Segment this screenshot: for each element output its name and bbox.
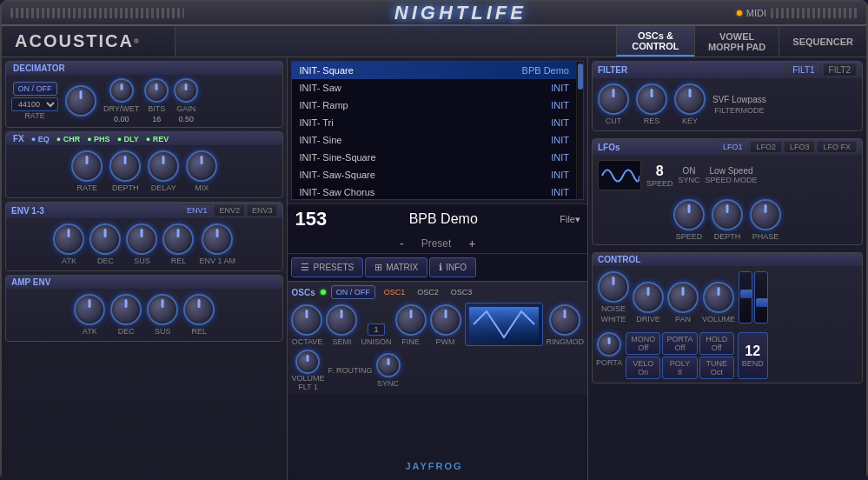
env-tab-3[interactable]: ENV3	[247, 204, 278, 217]
filter-header: FILTER FILT1 FILT2	[593, 62, 862, 78]
filter-key-knob[interactable]	[674, 83, 706, 115]
lfo-tab-3[interactable]: LFO3	[784, 141, 816, 153]
dry-wet-knob[interactable]	[109, 78, 134, 103]
osc-tab-2[interactable]: OSC2	[414, 287, 442, 297]
oscs-onoff-btn[interactable]: ON / OFF	[331, 285, 375, 299]
top-bar: NIGHTLIFE MIDI	[2, 2, 866, 26]
decimator-onoff-btn[interactable]: ON / OFF	[13, 82, 57, 96]
tab-sequencer[interactable]: SEQUENCER	[779, 26, 866, 57]
env-dec-knob[interactable]	[89, 223, 121, 255]
lfo-tab-1[interactable]: LFO1	[717, 141, 749, 153]
osc-sync-knob[interactable]	[376, 353, 401, 377]
osc-pwm-knob[interactable]	[430, 304, 461, 336]
lfo-wave-svg	[600, 163, 639, 189]
ctrl-volume-label: VOLUME	[702, 315, 735, 323]
ctrl-porta-row: PORTA MONO Off PORTA Off HOLD	[593, 329, 862, 383]
filter-cut-knob[interactable]	[598, 83, 629, 115]
bits-knob[interactable]	[144, 78, 169, 103]
ctrl-noise-knob[interactable]	[598, 271, 629, 303]
fx-depth-knob[interactable]	[109, 150, 141, 182]
lfo-depth-knob[interactable]	[712, 199, 743, 230]
fx-mix-knob[interactable]	[186, 150, 217, 182]
file-button[interactable]: File▾	[560, 214, 580, 225]
lfo-tab-fx[interactable]: LFO FX	[817, 141, 857, 153]
ctrl-velo-btn[interactable]: VELO On	[626, 357, 660, 379]
lfo-speed-knob[interactable]	[673, 199, 705, 230]
amp-dec-knob[interactable]	[110, 294, 142, 325]
ctrl-mono-btn[interactable]: MONO Off	[626, 332, 660, 355]
preset-item-3[interactable]: INIT- Tri INIT	[292, 114, 576, 131]
env-rel-knob[interactable]	[162, 223, 194, 255]
osc-volume-knob[interactable]	[295, 350, 320, 374]
osc-wave-display[interactable]	[465, 303, 543, 346]
filter-cut-group: CUT	[598, 83, 629, 125]
fx-phs-btn[interactable]: ● PHS	[87, 135, 109, 143]
scroll-thumb[interactable]	[578, 63, 583, 90]
env-atk-knob[interactable]	[53, 223, 84, 255]
ctrl-tune-btn[interactable]: TUNE Oct	[699, 357, 734, 379]
rate-select[interactable]: 44100 22050 11025	[11, 97, 58, 111]
preset-item-7[interactable]: INIT- Saw Chorus INIT	[292, 183, 576, 199]
ctrl-slider-1[interactable]	[739, 271, 752, 323]
fx-eq-btn[interactable]: ● EQ	[31, 135, 50, 143]
ctrl-slider-2[interactable]	[754, 271, 768, 323]
filter-mode-value: SVF Lowpass	[712, 95, 766, 104]
preset-item-6[interactable]: INIT- Saw-Square INIT	[292, 166, 576, 183]
preset-item-4[interactable]: INIT- Sine INIT	[292, 131, 576, 149]
ctrl-drive-knob[interactable]	[633, 282, 664, 313]
amp-sus-knob[interactable]	[147, 294, 178, 325]
preset-scrollbar[interactable]	[576, 62, 583, 199]
ctrl-noise-label: NOISE	[601, 304, 626, 313]
ctrl-porta2-btn[interactable]: PORTA Off	[662, 332, 697, 355]
ctrl-volume-knob[interactable]	[703, 282, 734, 313]
fx-delay-knob[interactable]	[148, 150, 179, 182]
presets-btn[interactable]: ☰ PRESETS	[291, 257, 363, 277]
amp-atk-knob[interactable]	[74, 294, 105, 325]
ctrl-porta-knob[interactable]	[597, 332, 621, 357]
env-sus-knob[interactable]	[126, 223, 157, 255]
env-tab-1[interactable]: ENV1	[182, 204, 213, 217]
osc-tab-1[interactable]: OSC1	[381, 287, 409, 297]
filter-res-knob[interactable]	[636, 83, 667, 115]
fx-chr-btn[interactable]: ● CHR	[56, 135, 80, 143]
matrix-btn[interactable]: ⊞ MATRIX	[365, 257, 427, 277]
ctrl-poly-btn[interactable]: POLY 8	[662, 357, 697, 379]
fx-section: FX ● EQ ● CHR ● PHS ● DLY ● REV RATE DEP…	[5, 131, 283, 198]
filt2-tab[interactable]: FILT2	[823, 63, 857, 77]
info-btn[interactable]: ℹ INFO	[429, 257, 476, 277]
preset-item-2[interactable]: INIT- Ramp INIT	[292, 97, 576, 114]
fx-rev-btn[interactable]: ● REV	[146, 135, 169, 143]
env-am-group: ENV 1 AM	[199, 223, 235, 265]
ctrl-pan-knob[interactable]	[667, 282, 699, 313]
fx-dly-btn[interactable]: ● DLY	[117, 135, 139, 143]
preset-next-btn[interactable]: +	[468, 237, 475, 250]
dry-wet-group: DRY/WET 0.00	[103, 78, 139, 123]
gain-knob[interactable]	[174, 78, 198, 103]
osc-tab-3[interactable]: OSC3	[447, 287, 476, 297]
preset-item-0[interactable]: INIT- Square BPB Demo	[292, 62, 576, 79]
preset-nav: - Preset +	[288, 234, 587, 253]
env-am-knob[interactable]	[202, 223, 233, 255]
lfo-tab-2[interactable]: LFO2	[750, 141, 782, 153]
osc-fine-group: FINE	[395, 304, 427, 346]
osc-pwm-label: PWM	[436, 337, 455, 346]
osc-octave-knob[interactable]	[291, 304, 322, 336]
ctrl-hold-btn[interactable]: HOLD Off	[699, 332, 734, 355]
tab-vowel-morph[interactable]: VOWEL MORPH PAD	[694, 26, 779, 57]
preset-item-1[interactable]: INIT- Saw INIT	[292, 79, 576, 97]
lfo-tabs: LFO1 LFO2 LFO3 LFO FX	[717, 141, 857, 153]
tab-oscs-control[interactable]: OSCs & CONTROL	[616, 26, 694, 57]
decimator-main-knob[interactable]	[65, 85, 96, 117]
lfo-phase-knob[interactable]	[750, 199, 781, 230]
fx-rate-knob[interactable]	[71, 150, 103, 182]
env-tab-2[interactable]: ENV2	[214, 204, 245, 217]
osc-ringmod-knob[interactable]	[549, 304, 580, 336]
osc-fine-knob[interactable]	[395, 304, 427, 336]
filt1-tab[interactable]: FILT1	[786, 63, 820, 77]
preset-item-5[interactable]: INIT- Sine-Square INIT	[292, 149, 576, 166]
lfo-speed-knob-label: SPEED	[676, 232, 703, 241]
preset-prev-btn[interactable]: -	[400, 237, 404, 250]
amp-rel-knob[interactable]	[183, 294, 215, 325]
osc-semi-knob[interactable]	[326, 304, 357, 336]
osc-ringmod-label: RINGMOD	[547, 337, 585, 346]
